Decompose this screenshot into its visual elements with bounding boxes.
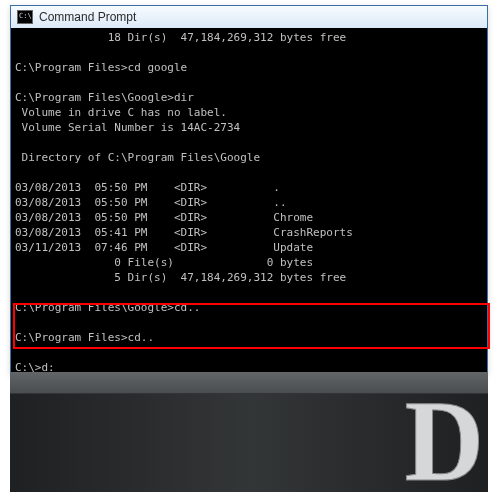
line: 18 Dir(s) 47,184,269,312 bytes free [15, 31, 346, 44]
line: Volume Serial Number is 14AC-2734 [15, 121, 240, 134]
dir-row: 5 Dir(s) 47,184,269,312 bytes free [15, 271, 346, 284]
line: Directory of C:\Program Files\Google [15, 151, 260, 164]
dir-row: 03/08/2013 05:41 PM <DIR> CrashReports [15, 226, 353, 239]
window-title: Command Prompt [39, 10, 136, 24]
dir-row: 0 File(s) 0 bytes [15, 256, 313, 269]
line: C:\Program Files>cd google [15, 61, 187, 74]
cmd-icon [17, 10, 33, 24]
dir-row: 03/08/2013 05:50 PM <DIR> Chrome [15, 211, 313, 224]
titlebar[interactable]: Command Prompt [11, 6, 487, 28]
command-prompt-window: Command Prompt 18 Dir(s) 47,184,269,312 … [10, 5, 488, 374]
dir-row: 03/08/2013 05:50 PM <DIR> .. [15, 196, 287, 209]
line: C:\Program Files\Google>dir [15, 91, 194, 104]
line: C:\Program Files>cd.. [15, 331, 154, 344]
terminal-output[interactable]: 18 Dir(s) 47,184,269,312 bytes free C:\P… [11, 28, 487, 373]
line: Volume in drive C has no label. [15, 106, 227, 119]
background-letter: D [405, 383, 484, 499]
desktop-background: D [10, 372, 488, 492]
dir-row: 03/11/2013 07:46 PM <DIR> Update [15, 241, 313, 254]
dir-row: 03/08/2013 05:50 PM <DIR> . [15, 181, 280, 194]
line: C:\Program Files\Google>cd.. [15, 301, 200, 314]
